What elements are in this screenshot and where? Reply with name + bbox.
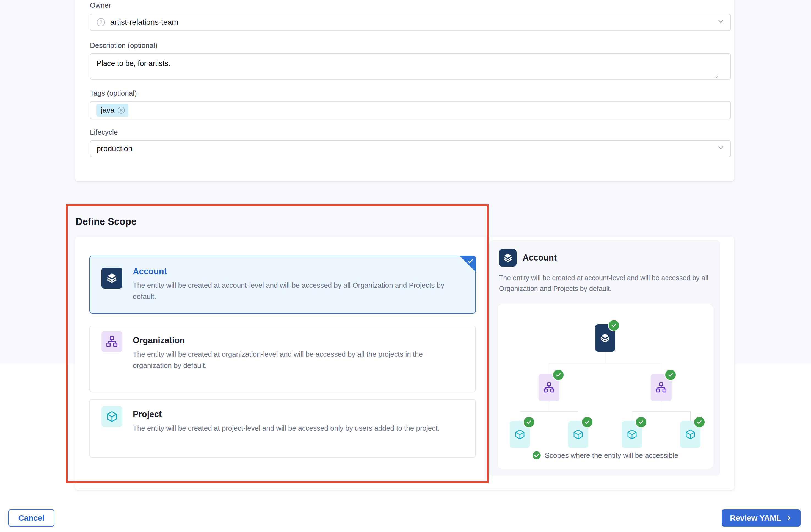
check-badge-icon xyxy=(523,416,535,428)
review-yaml-label: Review YAML xyxy=(730,514,781,523)
preview-description: The entity will be created at account-le… xyxy=(499,272,714,294)
legend-text: Scopes where the entity will be accessib… xyxy=(545,451,678,460)
tree-line xyxy=(605,352,606,363)
chevron-right-icon xyxy=(785,514,792,521)
tree-node-project xyxy=(622,421,642,448)
chevron-down-icon xyxy=(717,17,725,28)
account-icon xyxy=(499,249,517,267)
tree-node-project xyxy=(510,421,530,448)
description-textarea[interactable]: Place to be, for artists. xyxy=(90,53,731,80)
owner-label: Owner xyxy=(90,1,111,10)
check-badge-icon xyxy=(693,416,705,428)
check-badge-icon xyxy=(664,369,676,381)
option-description: The entity will be created at organizati… xyxy=(133,349,459,371)
description-label: Description (optional) xyxy=(90,41,157,50)
project-icon xyxy=(102,406,122,427)
review-yaml-button[interactable]: Review YAML xyxy=(722,510,800,527)
tree-node-project xyxy=(680,421,701,448)
check-badge-icon xyxy=(635,416,647,428)
tags-label: Tags (optional) xyxy=(90,89,137,97)
account-icon xyxy=(102,268,122,288)
tree-line xyxy=(520,411,520,421)
tree-line xyxy=(578,411,578,421)
selected-check-icon xyxy=(467,257,474,266)
cancel-button[interactable]: Cancel xyxy=(8,510,55,527)
option-title: Organization xyxy=(133,335,185,345)
tag-chip-label: java xyxy=(101,106,114,114)
define-scope-card: Account The entity will be created at ac… xyxy=(75,237,734,490)
option-description: The entity will be created at project-le… xyxy=(133,423,459,434)
owner-value: artist-relations-team xyxy=(110,18,178,27)
tree-line xyxy=(520,411,578,412)
owner-select[interactable]: artist-relations-team xyxy=(90,14,731,31)
check-badge-icon xyxy=(608,319,620,331)
check-circle-icon xyxy=(532,451,541,460)
diagram-legend: Scopes where the entity will be accessib… xyxy=(498,451,713,460)
preview-title: Account xyxy=(523,253,557,263)
option-description: The entity will be created at account-le… xyxy=(133,280,459,302)
tree-line xyxy=(690,411,691,421)
organization-icon xyxy=(102,331,122,352)
define-scope-heading: Define Scope xyxy=(76,216,137,227)
option-title: Project xyxy=(133,409,162,419)
check-badge-icon xyxy=(581,416,593,428)
check-badge-icon xyxy=(552,369,564,381)
lifecycle-label: Lifecycle xyxy=(90,128,118,137)
tree-line xyxy=(661,401,661,411)
tree-line xyxy=(549,363,661,363)
tree-node-project xyxy=(568,421,588,448)
tree-line xyxy=(549,363,549,374)
scope-diagram-card: Scopes where the entity will be accessib… xyxy=(497,304,713,469)
lifecycle-value: production xyxy=(96,144,133,153)
scope-option-project[interactable]: Project The entity will be created at pr… xyxy=(89,399,476,458)
help-icon[interactable] xyxy=(96,18,105,27)
tree-node-organization xyxy=(538,374,560,401)
chevron-down-icon xyxy=(717,144,725,154)
option-title: Account xyxy=(133,267,167,277)
tags-input[interactable]: java xyxy=(90,101,731,119)
remove-tag-icon[interactable] xyxy=(117,106,125,114)
scope-preview-panel: Account The entity will be created at ac… xyxy=(489,240,720,475)
tree-line xyxy=(632,411,632,421)
scope-option-organization[interactable]: Organization The entity will be created … xyxy=(89,326,476,392)
tree-node-account xyxy=(595,324,615,352)
scope-option-account[interactable]: Account The entity will be created at ac… xyxy=(89,255,476,314)
entity-details-card: Owner artist-relations-team Description … xyxy=(75,0,734,181)
lifecycle-select[interactable]: production xyxy=(90,140,731,157)
tree-line xyxy=(632,411,691,412)
tree-line xyxy=(661,363,661,374)
tag-chip: java xyxy=(96,104,128,116)
wizard-footer: Cancel Review YAML xyxy=(0,503,811,532)
tree-node-organization xyxy=(651,374,672,401)
tree-line xyxy=(549,401,549,411)
